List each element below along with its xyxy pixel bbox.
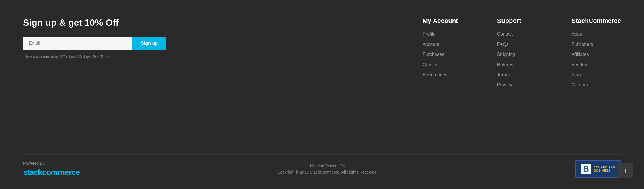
stackcommerce-column: StackCommerce About Publishers Affiliate…	[572, 17, 621, 137]
signup-form: Sign up	[23, 37, 166, 50]
scroll-top-button[interactable]: ↑	[618, 163, 633, 178]
stackcommerce-logo: stackcommerce	[23, 168, 80, 177]
support-links: Contact FAQs Shipping Returns Terms	[497, 30, 537, 89]
nav-columns: My Account Profile Account Purchases Cre…	[423, 17, 621, 137]
bbb-accredited: ACCREDITED	[594, 166, 615, 169]
copyright-section: Made in Venice, CA Copyright © 2019 Stac…	[277, 164, 378, 174]
signup-button[interactable]: Sign up	[132, 37, 166, 50]
my-account-column: My Account Profile Account Purchases Cre…	[423, 17, 463, 137]
my-account-credits-link[interactable]: Credits	[423, 62, 437, 67]
copyright-text: Copyright © 2019 StackCommerce. All Righ…	[277, 170, 378, 174]
list-item: Account	[423, 41, 463, 48]
support-faqs-link[interactable]: FAQs	[497, 42, 509, 47]
stackcommerce-title: StackCommerce	[572, 17, 621, 25]
list-item: Preferences	[423, 71, 463, 78]
bbb-badge[interactable]: B ACCREDITED BUSINESS	[575, 160, 621, 178]
my-account-profile-link[interactable]: Profile	[423, 32, 436, 36]
list-item: Blog	[572, 71, 621, 78]
signup-section: Sign up & get 10% Off Sign up *New custo…	[23, 17, 166, 137]
support-terms-link[interactable]: Terms	[497, 72, 510, 77]
stackcommerce-careers-link[interactable]: Careers	[572, 82, 588, 87]
list-item: Vendors	[572, 61, 621, 68]
stackcommerce-affiliates-link[interactable]: Affiliates	[572, 52, 589, 57]
support-privacy-link[interactable]: Privacy	[497, 82, 512, 87]
support-contact-link[interactable]: Contact	[497, 32, 513, 36]
stackcommerce-about-link[interactable]: About	[572, 32, 584, 36]
list-item: Publishers	[572, 41, 621, 48]
bbb-letter: B	[581, 164, 591, 174]
list-item: Purchases	[423, 51, 463, 58]
stackcommerce-links: About Publishers Affiliates Vendors Blog	[572, 30, 621, 89]
footer-top: Sign up & get 10% Off Sign up *New custo…	[23, 17, 621, 137]
stackcommerce-blog-link[interactable]: Blog	[572, 72, 581, 77]
support-shipping-link[interactable]: Shipping	[497, 52, 515, 57]
support-column: Support Contact FAQs Shipping Returns	[497, 17, 537, 137]
support-returns-link[interactable]: Returns	[497, 62, 513, 67]
footer-bottom: Powered By stackcommerce Made in Venice,…	[23, 154, 621, 178]
list-item: Affiliates	[572, 51, 621, 58]
stackcommerce-publishers-link[interactable]: Publishers	[572, 42, 593, 47]
list-item: FAQs	[497, 41, 537, 48]
signup-note: *New customers only. Offer lasts 30 days…	[23, 54, 166, 59]
bbb-text-right: ACCREDITED BUSINESS	[594, 166, 615, 172]
my-account-links: Profile Account Purchases Credits Prefer…	[423, 30, 463, 78]
signup-title: Sign up & get 10% Off	[23, 17, 166, 28]
list-item: Profile	[423, 30, 463, 38]
support-title: Support	[497, 17, 537, 25]
list-item: Terms	[497, 71, 537, 78]
list-item: Careers	[572, 81, 621, 89]
list-item: Contact	[497, 30, 537, 38]
my-account-title: My Account	[423, 17, 463, 25]
bbb-badge-inner: B ACCREDITED BUSINESS	[581, 164, 615, 174]
powered-by-text: Powered By	[23, 161, 80, 166]
made-in-text: Made in Venice, CA	[277, 164, 378, 168]
footer: Sign up & get 10% Off Sign up *New custo…	[0, 0, 644, 189]
my-account-preferences-link[interactable]: Preferences	[423, 72, 447, 77]
my-account-account-link[interactable]: Account	[423, 42, 439, 47]
list-item: About	[572, 30, 621, 38]
bbb-business: BUSINESS	[594, 169, 610, 172]
powered-by-section: Powered By stackcommerce	[23, 161, 80, 177]
email-input[interactable]	[23, 37, 132, 50]
list-item: Returns	[497, 61, 537, 68]
my-account-purchases-link[interactable]: Purchases	[423, 52, 444, 57]
list-item: Privacy	[497, 81, 537, 89]
stackcommerce-vendors-link[interactable]: Vendors	[572, 62, 589, 67]
list-item: Shipping	[497, 51, 537, 58]
list-item: Credits	[423, 61, 463, 68]
